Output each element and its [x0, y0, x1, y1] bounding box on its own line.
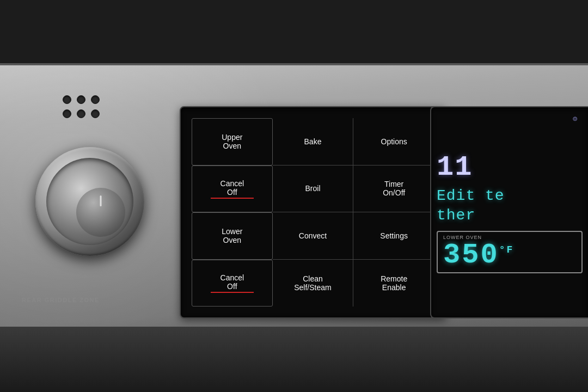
red-underline-lower: [211, 292, 253, 293]
temp-unit: °F: [499, 244, 514, 255]
buttons-grid: Upper Oven Bake Options Cancel Off Broil…: [192, 118, 434, 307]
knob-inner-ring: [46, 158, 133, 245]
clean-button[interactable]: Clean Self/Steam: [273, 260, 354, 307]
lower-cancel-off-button[interactable]: Cancel Off: [192, 260, 273, 307]
options-button[interactable]: Options: [353, 118, 434, 166]
dot-6: [91, 109, 100, 118]
settings-button[interactable]: Settings: [353, 212, 434, 260]
bake-button[interactable]: Bake: [273, 118, 354, 166]
convect-button[interactable]: Convect: [273, 212, 354, 260]
knob-outer-ring: [35, 147, 144, 256]
dot-3: [91, 95, 100, 104]
scene: REAR GRIDDLE ZONE Upper Oven Bake Option…: [0, 0, 588, 392]
timer-button[interactable]: Timer On/Off: [353, 166, 434, 213]
temperature-value: 350°F: [443, 241, 576, 270]
oven-knob[interactable]: [35, 147, 144, 256]
bottom-section: [0, 327, 588, 392]
wifi-icon: ⌾: [573, 114, 577, 122]
top-grate-area: [0, 0, 588, 65]
dots-indicator: [63, 95, 101, 119]
dot-5: [77, 109, 85, 118]
knob-center: [76, 188, 125, 237]
dot-2: [77, 95, 85, 104]
broil-button[interactable]: Broil: [273, 166, 354, 213]
red-underline-upper: [211, 198, 253, 199]
time-display: 11: [437, 151, 473, 183]
upper-cancel-off-button[interactable]: Cancel Off: [192, 166, 273, 213]
control-panel: Upper Oven Bake Options Cancel Off Broil…: [180, 106, 446, 318]
lower-oven-button[interactable]: Lower Oven: [192, 212, 273, 260]
edit-text-display: Edit te ther: [437, 186, 505, 226]
dot-1: [63, 95, 71, 104]
dot-4: [63, 109, 71, 118]
upper-oven-button[interactable]: Upper Oven: [192, 118, 273, 166]
remote-enable-button[interactable]: Remote Enable: [353, 260, 434, 307]
display-panel: ⌾ 11 Edit te ther LOWER OVEN 350°F: [430, 106, 588, 318]
lower-oven-temp-display: LOWER OVEN 350°F: [437, 231, 583, 273]
griddle-zone-label: REAR GRIDDLE ZONE: [22, 297, 100, 303]
knob-position-indicator: [100, 195, 102, 206]
